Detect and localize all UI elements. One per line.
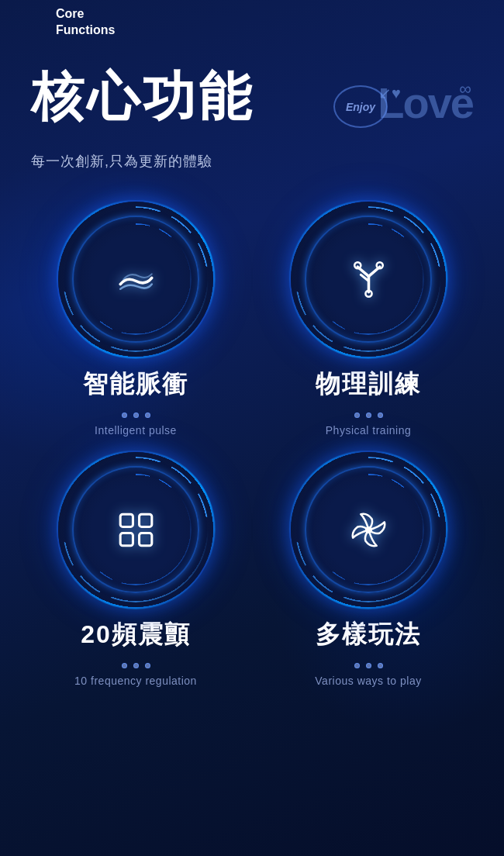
- neon-circle-various: [291, 452, 446, 607]
- dot-1: [122, 663, 127, 668]
- main-content: 核心功能 Love ∞ Enjoy ↙♥ 每一次創新,只為更新的體驗: [0, 70, 504, 687]
- svg-point-6: [365, 290, 371, 296]
- feature-name-training: 物理訓練: [316, 368, 421, 402]
- icon-training: [337, 248, 399, 310]
- feature-cell-frequency: 20頻震顫 10 frequency regulation: [31, 452, 240, 687]
- neon-ring-pulse: [58, 202, 213, 357]
- svg-rect-9: [120, 533, 133, 545]
- dot-2: [366, 663, 371, 668]
- neon-circle-training: [291, 202, 446, 357]
- dot-3: [145, 412, 150, 418]
- core-text: Core: [56, 6, 115, 22]
- top-label: Core Functions: [56, 6, 115, 39]
- neon-circle-frequency: [58, 452, 213, 607]
- dots-pulse: [122, 412, 150, 418]
- enjoy-love-logo: Love ∞ Enjoy ↙♥: [333, 78, 473, 140]
- svg-point-5: [376, 262, 382, 268]
- dots-various: [354, 663, 383, 668]
- features-grid: 智能脈衝 Intelligent pulse: [31, 202, 473, 687]
- feature-cell-various: 多樣玩法 Various ways to play: [264, 452, 473, 687]
- dot-3: [145, 663, 150, 668]
- feature-sub-frequency: 10 frequency regulation: [74, 675, 197, 687]
- svg-point-4: [354, 262, 361, 268]
- dots-training: [354, 412, 383, 418]
- icon-frequency: [105, 499, 167, 561]
- feature-sub-pulse: Intelligent pulse: [95, 424, 177, 437]
- feature-cell-training: 物理訓練 Physical training: [264, 202, 473, 437]
- title-row: 核心功能 Love ∞ Enjoy ↙♥: [31, 70, 473, 140]
- feature-sub-training: Physical training: [326, 424, 411, 437]
- functions-text: Functions: [56, 22, 115, 39]
- feature-name-pulse: 智能脈衝: [83, 368, 188, 402]
- training-svg-icon: [343, 254, 394, 305]
- dots-frequency: [122, 663, 150, 668]
- enjoy-text: Enjoy: [346, 101, 375, 113]
- various-svg-icon: [343, 505, 394, 555]
- dot-3: [378, 412, 383, 418]
- dot-1: [354, 412, 360, 418]
- pulse-svg-icon: [111, 254, 161, 305]
- dot-2: [133, 663, 139, 668]
- dot-2: [133, 412, 139, 418]
- dot-1: [122, 412, 127, 418]
- svg-point-11: [365, 526, 371, 533]
- main-title: 核心功能: [31, 70, 254, 123]
- frequency-svg-icon: [111, 505, 161, 555]
- heart-arrow-icon: ↙♥: [378, 84, 401, 102]
- dot-3: [378, 663, 383, 668]
- neon-ring-various: [291, 452, 446, 607]
- feature-name-frequency: 20頻震顫: [81, 618, 191, 652]
- feature-cell-intelligent-pulse: 智能脈衝 Intelligent pulse: [31, 202, 240, 437]
- dot-1: [354, 663, 360, 668]
- neon-ring-frequency: [58, 452, 213, 607]
- feature-name-various: 多樣玩法: [316, 618, 421, 652]
- feature-sub-various: Various ways to play: [315, 675, 421, 687]
- icon-pulse: [105, 248, 167, 310]
- svg-rect-8: [139, 514, 151, 526]
- svg-rect-10: [139, 533, 151, 545]
- dot-2: [366, 412, 371, 418]
- subtitle: 每一次創新,只為更新的體驗: [31, 152, 473, 171]
- neon-circle-pulse: [58, 202, 213, 357]
- infinity-symbol: ∞: [459, 79, 471, 99]
- icon-various: [337, 499, 399, 561]
- svg-rect-7: [120, 514, 133, 526]
- neon-ring-training: [291, 202, 446, 357]
